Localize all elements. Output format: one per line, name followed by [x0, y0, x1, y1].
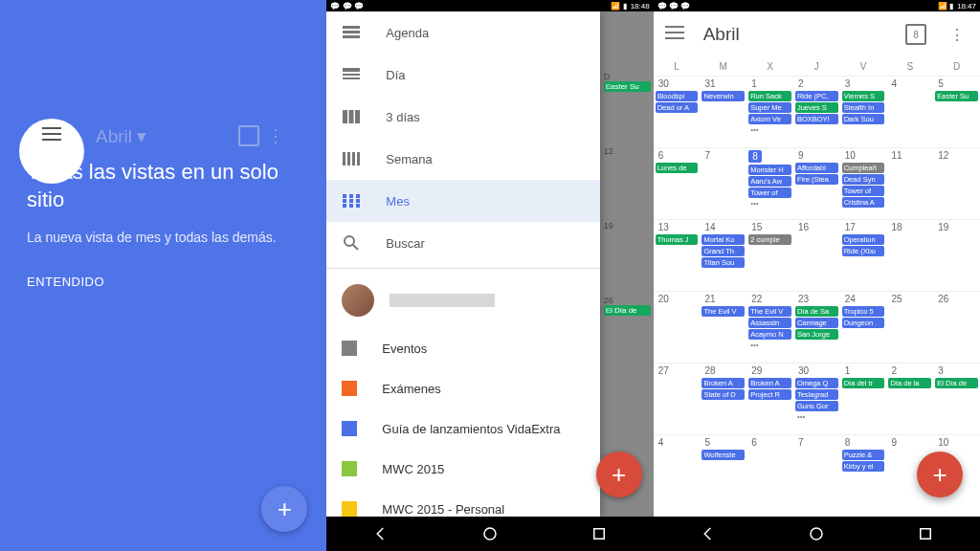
event-chip[interactable]: Aaru's Aw	[748, 176, 791, 187]
month-label[interactable]: Abril ▾	[96, 125, 146, 147]
day-cell[interactable]: 21The Evil V	[700, 291, 746, 363]
event-chip[interactable]: Día de la	[888, 378, 931, 388]
day-cell[interactable]: 26	[933, 291, 980, 363]
day-cell[interactable]: 10CumpleañDead SynTower ofCristina A	[840, 147, 887, 219]
event-chip[interactable]: Titan Sou	[702, 257, 745, 268]
drawer-view-week[interactable]: Semana	[326, 138, 600, 180]
drawer-view-day[interactable]: Día	[326, 54, 600, 96]
calendar-item[interactable]: Exámenes	[326, 368, 600, 408]
account-row[interactable]	[326, 273, 600, 328]
event-chip[interactable]: Broken A	[748, 378, 791, 388]
day-cell[interactable]: 30Omega QTeslagradGuns Gor•••	[793, 363, 840, 434]
drawer-view-search[interactable]: Buscar	[326, 222, 600, 264]
event-chip[interactable]: Dungeon	[842, 318, 885, 328]
onboarding-ok-button[interactable]: ENTENDIDO	[27, 275, 300, 289]
day-cell[interactable]: 12	[933, 147, 980, 219]
day-cell[interactable]: 29Broken AProject R	[746, 363, 793, 434]
event-chip[interactable]: Día del tr	[842, 378, 885, 388]
day-cell[interactable]: 13Thomas J	[654, 219, 701, 291]
event-chip[interactable]: Día de Sa	[795, 306, 838, 317]
event-chip[interactable]: 2 cumple	[748, 234, 791, 245]
drawer-view-threeday[interactable]: 3 días	[326, 96, 600, 138]
event-chip[interactable]: Carmage	[795, 318, 838, 328]
event-chip[interactable]: Acaymo N	[748, 329, 791, 340]
event-chip[interactable]: Lunes de	[656, 163, 699, 173]
today-icon[interactable]: 8	[905, 24, 926, 45]
event-chip[interactable]: Grand Th	[702, 246, 745, 256]
month-label[interactable]: Abril	[703, 24, 886, 45]
event-chip[interactable]: Tropico 5	[842, 306, 885, 317]
day-cell[interactable]: 22The Evil VAssassinAcaymo N•••	[746, 291, 793, 363]
event-chip[interactable]: The Evil V	[702, 306, 745, 317]
today-icon[interactable]	[238, 125, 259, 146]
day-cell[interactable]: 24Tropico 5Dungeon	[840, 291, 887, 363]
drawer-view-month[interactable]: Mes	[326, 180, 600, 222]
event-chip[interactable]: Dark Sou	[842, 114, 885, 124]
fab-add[interactable]: +	[917, 452, 963, 497]
event-chip[interactable]: State of D	[702, 389, 745, 400]
event-chip[interactable]: Dead or A	[656, 102, 699, 113]
event-chip[interactable]: Axiom Ve	[748, 114, 791, 124]
event-chip[interactable]: Guns Gor	[795, 401, 838, 411]
calendar-item[interactable]: Eventos	[326, 328, 600, 368]
day-cell[interactable]: 6Lunes de	[654, 147, 701, 219]
event-chip[interactable]: Affordabl	[795, 163, 838, 173]
day-cell[interactable]: 19	[933, 219, 980, 291]
day-cell[interactable]: 3El Día de	[933, 363, 980, 434]
day-cell[interactable]: 7	[793, 434, 840, 506]
event-chip[interactable]: Assassin	[748, 318, 791, 328]
event-chip[interactable]: Neverwin	[702, 91, 745, 101]
nav-back-icon[interactable]	[700, 525, 717, 542]
day-cell[interactable]: 20	[654, 291, 701, 363]
event-chip[interactable]: Easter Su	[935, 91, 978, 101]
day-cell[interactable]: 4	[654, 434, 701, 506]
event-chip[interactable]: Tower of	[842, 186, 885, 196]
event-chip[interactable]: Mortal Ko	[702, 234, 745, 245]
day-cell[interactable]: 2Día de la	[886, 363, 933, 434]
event-chip[interactable]: The Evil V	[748, 306, 791, 317]
event-chip[interactable]: Thomas J	[656, 234, 699, 245]
day-cell[interactable]: 25	[886, 291, 933, 363]
drawer-view-agenda[interactable]: Agenda	[326, 11, 600, 54]
day-cell[interactable]: 11	[886, 147, 933, 219]
nav-recent-icon[interactable]	[917, 525, 934, 542]
day-cell[interactable]: 16	[793, 219, 840, 291]
event-chip[interactable]: Dead Syn	[842, 174, 885, 185]
day-cell[interactable]: 27	[654, 363, 701, 434]
nav-back-icon[interactable]	[372, 525, 390, 542]
calendar-item[interactable]: Guía de lanzamientos VidaExtra	[326, 408, 600, 449]
nav-home-icon[interactable]	[808, 525, 825, 542]
menu-icon[interactable]	[665, 26, 684, 43]
day-cell[interactable]: 28Broken AState of D	[700, 363, 746, 434]
event-chip[interactable]: Kirby y el	[842, 461, 885, 472]
day-cell[interactable]: 1Día del tr	[840, 363, 887, 434]
event-chip[interactable]: Ride (Xbo	[842, 246, 885, 256]
day-cell[interactable]: 8Monster HAaru's AwTower of•••	[746, 147, 793, 219]
event-chip[interactable]: Run Sack	[748, 91, 791, 101]
day-cell[interactable]: 18	[886, 219, 933, 291]
day-cell[interactable]: 23Día de SaCarmageSan Jorge	[793, 291, 840, 363]
day-cell[interactable]: 8Puzzle &Kirby y el	[840, 434, 887, 506]
event-chip[interactable]: Stealth In	[842, 102, 885, 113]
day-cell[interactable]: 31Neverwin	[700, 76, 746, 147]
event-chip[interactable]: Bloodspi	[656, 91, 699, 101]
day-cell[interactable]: 3Viernes SStealth InDark Sou	[840, 76, 887, 147]
day-cell[interactable]: 30BloodspiDead or A	[654, 76, 701, 147]
day-cell[interactable]: 4	[886, 76, 933, 147]
day-cell[interactable]: 14Mortal KoGrand ThTitan Sou	[700, 219, 746, 291]
nav-home-icon[interactable]	[481, 525, 499, 542]
fab-add[interactable]: +	[261, 486, 307, 532]
day-cell[interactable]: 17OperationRide (Xbo	[840, 219, 887, 291]
nav-recent-icon[interactable]	[590, 525, 608, 542]
event-chip[interactable]: San Jorge	[795, 329, 838, 340]
event-chip[interactable]: Fire (Stea	[795, 174, 838, 185]
calendar-item[interactable]: MWC 2015	[326, 449, 600, 489]
event-chip[interactable]: Wolfenste	[702, 450, 745, 460]
event-chip[interactable]: Ride (PC,	[795, 91, 838, 101]
event-chip[interactable]: Puzzle &	[842, 450, 885, 460]
event-chip[interactable]: Broken A	[702, 378, 745, 388]
day-cell[interactable]: 5Easter Su	[933, 76, 980, 147]
fab-add[interactable]: +	[596, 452, 642, 497]
menu-icon[interactable]	[34, 120, 69, 152]
event-chip[interactable]: Omega Q	[795, 378, 838, 388]
